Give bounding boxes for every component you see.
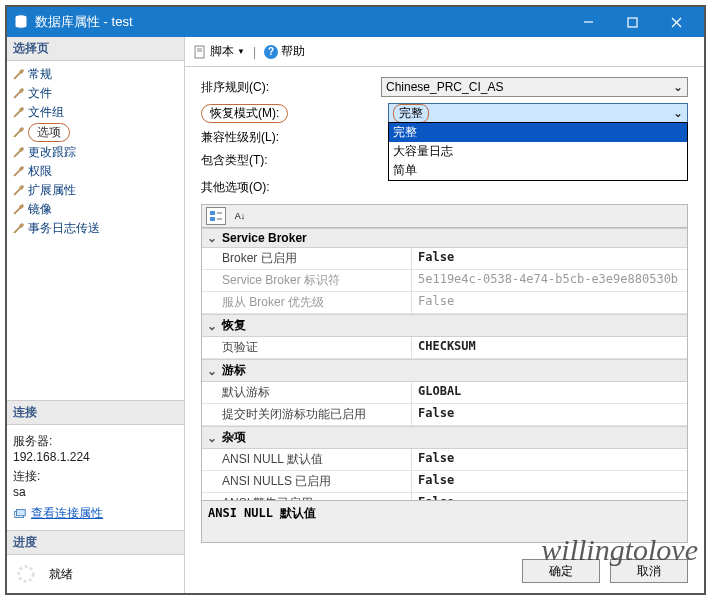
property-row[interactable]: 页验证CHECKSUM [202,337,687,359]
categorized-button[interactable] [206,207,226,225]
script-button[interactable]: 脚本 ▼ [193,43,245,60]
wrench-icon [11,67,26,82]
category-header[interactable]: ⌄Service Broker [202,228,687,248]
sidebar-item[interactable]: 镜像 [9,200,182,219]
property-key: ANSI 警告已启用 [202,493,412,501]
ok-button[interactable]: 确定 [522,559,600,583]
category-header[interactable]: ⌄游标 [202,359,687,382]
wrench-icon [11,202,26,217]
database-icon [13,14,29,30]
select-page-header: 选择页 [7,37,184,61]
nav-list: 常规文件文件组选项更改跟踪权限扩展属性镜像事务日志传送 [7,61,184,242]
collation-select[interactable]: Chinese_PRC_CI_AS ⌄ [381,77,688,97]
sidebar-item[interactable]: 事务日志传送 [9,219,182,238]
recovery-model-select[interactable]: 完整 ⌄ 完整 大容量日志 简单 [388,103,688,123]
dropdown-option[interactable]: 大容量日志 [389,142,687,161]
property-row[interactable]: ANSI NULLS 已启用False [202,471,687,493]
help-icon: ? [264,45,278,59]
cancel-button[interactable]: 取消 [610,559,688,583]
left-panel: 选择页 常规文件文件组选项更改跟踪权限扩展属性镜像事务日志传送 连接 服务器: … [7,37,185,593]
sidebar-item[interactable]: 更改跟踪 [9,143,182,162]
property-key: ANSI NULL 默认值 [202,449,412,470]
view-connection-properties-link[interactable]: 查看连接属性 [31,505,103,522]
dropdown-option[interactable]: 完整 [389,123,687,142]
connection-header: 连接 [7,401,184,425]
progress-status: 就绪 [49,566,73,583]
help-button[interactable]: ? 帮助 [264,43,305,60]
collapse-icon: ⌄ [206,431,218,445]
containment-type-label: 包含类型(T): [201,152,381,169]
property-value: False [412,449,687,470]
wrench-icon [11,86,26,101]
property-row[interactable]: ANSI 警告已启用False [202,493,687,501]
property-key: ANSI NULLS 已启用 [202,471,412,492]
property-row[interactable]: Broker 已启用False [202,248,687,270]
property-value: False [412,292,687,313]
window-title: 数据库属性 - test [35,13,566,31]
compat-level-label: 兼容性级别(L): [201,129,381,146]
sidebar-item[interactable]: 扩展属性 [9,181,182,200]
server-value: 192.168.1.224 [13,450,178,464]
sidebar-item[interactable]: 选项 [9,122,182,143]
grid-toolbar: A↓ [201,204,688,227]
property-key: 服从 Broker 优先级 [202,292,412,313]
sidebar-item[interactable]: 文件 [9,84,182,103]
property-row[interactable]: ANSI NULL 默认值False [202,449,687,471]
collapse-icon: ⌄ [206,364,218,378]
connection-label: 连接: [13,468,178,485]
minimize-button[interactable] [566,7,610,37]
category-header[interactable]: ⌄恢复 [202,314,687,337]
recovery-model-label: 恢复模式(M): [201,104,288,123]
connection-value: sa [13,485,178,499]
description-pane: ANSI NULL 默认值 [201,501,688,543]
property-row[interactable]: 服从 Broker 优先级False [202,292,687,314]
sidebar-item[interactable]: 权限 [9,162,182,181]
svg-rect-12 [210,217,215,221]
maximize-button[interactable] [610,7,654,37]
property-value: False [412,493,687,501]
other-options-label: 其他选项(O): [201,179,381,196]
property-key: Broker 已启用 [202,248,412,269]
property-value: GLOBAL [412,382,687,403]
link-icon [13,507,27,521]
property-key: Service Broker 标识符 [202,270,412,291]
collapse-icon: ⌄ [206,319,218,333]
svg-point-7 [19,567,34,582]
property-value: 5e119e4c-0538-4e74-b5cb-e3e9e880530b [412,270,687,291]
svg-rect-11 [210,211,215,215]
wrench-icon [11,183,26,198]
wrench-icon [11,105,26,120]
property-key: 提交时关闭游标功能已启用 [202,404,412,425]
spinner-icon [15,563,37,585]
property-value: False [412,248,687,269]
property-row[interactable]: 提交时关闭游标功能已启用False [202,404,687,426]
progress-header: 进度 [7,531,184,555]
wrench-icon [11,221,26,236]
collation-label: 排序规则(C): [201,79,381,96]
server-label: 服务器: [13,433,178,450]
alphabetical-button[interactable]: A↓ [230,207,250,225]
dropdown-option[interactable]: 简单 [389,161,687,180]
chevron-down-icon: ⌄ [673,106,683,120]
property-key: 默认游标 [202,382,412,403]
property-row[interactable]: 默认游标GLOBAL [202,382,687,404]
property-key: 页验证 [202,337,412,358]
property-value: False [412,471,687,492]
collapse-icon: ⌄ [206,231,218,245]
wrench-icon [11,164,26,179]
close-button[interactable] [654,7,698,37]
script-icon [193,45,207,59]
sidebar-item[interactable]: 常规 [9,65,182,84]
wrench-icon [11,125,26,140]
property-value: False [412,404,687,425]
recovery-model-dropdown: 完整 大容量日志 简单 [388,122,688,181]
property-value: CHECKSUM [412,337,687,358]
property-row[interactable]: Service Broker 标识符5e119e4c-0538-4e74-b5c… [202,270,687,292]
sidebar-item[interactable]: 文件组 [9,103,182,122]
svg-rect-2 [628,18,637,27]
svg-rect-6 [17,509,26,515]
property-grid[interactable]: ⌄Service BrokerBroker 已启用FalseService Br… [201,227,688,501]
toolbar: 脚本 ▼ | ? 帮助 [185,37,704,67]
svg-rect-8 [195,46,204,58]
category-header[interactable]: ⌄杂项 [202,426,687,449]
